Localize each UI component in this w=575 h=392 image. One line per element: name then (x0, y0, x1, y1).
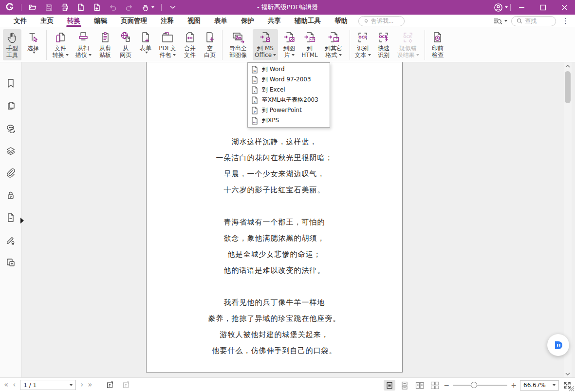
continuous-view-button[interactable] (399, 380, 410, 391)
ribbon-button-label: 识别 (357, 45, 369, 52)
minimize-button[interactable] (511, 0, 532, 15)
security-icon[interactable] (5, 190, 16, 201)
combine-files-icon (184, 30, 196, 45)
ribbon-button-label: 从 (123, 45, 129, 52)
layers-icon[interactable] (5, 145, 16, 156)
to-other-format-button[interactable]: ... 到其它 格式 (321, 29, 346, 60)
export-all-images-button[interactable]: 导出全 部图像 (226, 29, 250, 60)
find-box[interactable] (511, 16, 556, 26)
add-page-icon[interactable] (92, 2, 102, 12)
to-image-button[interactable]: 到图 片 (280, 29, 298, 60)
panel-expand-handle[interactable] (20, 218, 24, 224)
find-input[interactable] (525, 18, 550, 24)
pdf-portfolio-button[interactable]: PDF文 件包 (157, 29, 178, 60)
tab-file[interactable]: 文件 (7, 15, 34, 27)
to-ms-office-button[interactable]: 到 MS Office (253, 29, 278, 60)
tab-edit[interactable]: 编辑 (87, 15, 114, 27)
page-icon[interactable] (76, 2, 86, 12)
scrollbar-thumb[interactable] (565, 71, 571, 103)
window-resize-grip[interactable] (568, 385, 575, 392)
tab-home[interactable]: 主页 (34, 15, 60, 27)
poem-line: 湖水这样沉静，这样蓝， (147, 134, 402, 150)
undo-icon[interactable] (108, 2, 118, 12)
svg-text:w: w (253, 69, 256, 73)
from-web-button[interactable]: 从 网页 (117, 29, 134, 60)
open-file-icon[interactable] (28, 2, 37, 12)
customize-toolbar-icon[interactable] (168, 2, 178, 12)
advanced-search-icon[interactable] (493, 17, 507, 25)
next-view-button[interactable] (120, 380, 131, 391)
lightbulb-icon (364, 18, 369, 24)
print-icon[interactable] (60, 2, 70, 12)
file-convert-button[interactable]: 文件 转换 (50, 29, 71, 60)
preflight-button[interactable]: A 印前 检查 (428, 29, 447, 60)
tab-organize[interactable]: 页面管理 (114, 15, 154, 27)
signature-icon[interactable] (5, 235, 16, 245)
single-page-view-button[interactable] (384, 380, 395, 391)
blank-page-button[interactable]: 空 白页 (202, 29, 218, 60)
zoom-out-button[interactable]: − (444, 382, 450, 389)
references-icon[interactable] (5, 257, 16, 268)
previous-view-button[interactable] (104, 380, 115, 391)
next-page-button[interactable]: › (80, 381, 83, 389)
ribbon-button-label: 从扫 (77, 45, 89, 52)
zoom-level-select[interactable]: 66.67% (520, 380, 559, 391)
comments-icon[interactable] (5, 123, 16, 133)
quick-ocr-button[interactable]: OCR 快速 识别 (374, 29, 393, 60)
redo-icon[interactable] (124, 2, 134, 12)
tab-share[interactable]: 共享 (261, 15, 288, 27)
ribbon-button-label (31, 52, 36, 54)
caret-down-icon (89, 54, 92, 56)
last-page-button[interactable]: » (88, 381, 92, 389)
ai-assistant-button[interactable] (547, 334, 569, 356)
tab-convert[interactable]: 转换 (60, 15, 87, 27)
tab-comment[interactable]: 注释 (154, 15, 181, 27)
hand-quick-icon[interactable] (140, 2, 155, 12)
account-icon[interactable] (491, 2, 510, 12)
ribbon-button-label: 贴板 (99, 52, 111, 58)
more-options-icon[interactable]: ⋮ (560, 17, 571, 25)
vertical-scrollbar[interactable] (564, 62, 572, 377)
tell-me-search[interactable] (358, 16, 405, 26)
tab-protect[interactable]: 保护 (234, 15, 261, 27)
zoom-in-button[interactable]: + (511, 382, 517, 389)
combine-files-button[interactable]: 合并 文件 (181, 29, 199, 60)
ocr-text-button[interactable]: OCR 识别 文本 (353, 29, 372, 60)
tab-accessibility[interactable]: 辅助工具 (288, 15, 328, 27)
select-button[interactable]: 选择 (24, 29, 42, 60)
form-button[interactable]: 表单 (137, 29, 154, 60)
attachment-icon[interactable] (5, 168, 16, 178)
pages-icon[interactable] (5, 100, 16, 111)
scroll-down-icon[interactable] (564, 370, 572, 377)
menu-item-to-word[interactable]: w 到 Word (248, 64, 330, 75)
maximize-button[interactable] (532, 0, 554, 15)
save-icon[interactable] (44, 2, 54, 12)
zoom-slider[interactable] (453, 385, 507, 386)
menu-item-to-xml-spreadsheet-2003[interactable]: x 至XML电子表格2003 (248, 95, 330, 105)
zoom-slider-thumb[interactable] (471, 382, 477, 388)
menu-item-label: 到 Word (262, 65, 285, 74)
tell-me-input[interactable] (371, 18, 399, 24)
facing-continuous-view-button[interactable] (429, 380, 441, 391)
facing-view-button[interactable] (414, 380, 426, 391)
poem-stanza: 我看见他的兵丁像牛羊一样地 豢养，抢掠了异域的珍宝跪在他座旁。 游牧人被他封建的… (147, 295, 402, 359)
destinations-icon[interactable] (5, 212, 16, 223)
first-page-button[interactable]: « (4, 381, 8, 389)
close-button[interactable] (554, 0, 575, 15)
hand-tool-button[interactable]: 手型 工具 (3, 29, 21, 60)
from-scanner-button[interactable]: 从扫 描仪 (73, 29, 93, 60)
bookmark-icon[interactable] (5, 78, 16, 89)
tab-form[interactable]: 表单 (207, 15, 234, 27)
menu-item-to-word-97-2003[interactable]: w 到 Word 97-2003 (248, 75, 330, 85)
from-clipboard-button[interactable]: 从剪 贴板 (96, 29, 114, 60)
menu-item-to-powerpoint[interactable]: P 到 PowerPoint (248, 105, 330, 115)
svg-text:</>: </> (310, 38, 315, 41)
tab-view[interactable]: 视图 (181, 15, 207, 27)
scroll-up-icon[interactable] (564, 62, 572, 70)
menu-item-to-xps[interactable]: XPS 到XPS (248, 115, 330, 126)
page-number-select[interactable]: 1 / 1 (20, 380, 76, 390)
to-html-button[interactable]: </> 到 HTML (300, 29, 319, 60)
tab-help[interactable]: 帮助 (328, 15, 354, 27)
previous-page-button[interactable]: ‹ (13, 381, 16, 389)
menu-item-to-excel[interactable]: x 到 Excel (248, 85, 330, 95)
